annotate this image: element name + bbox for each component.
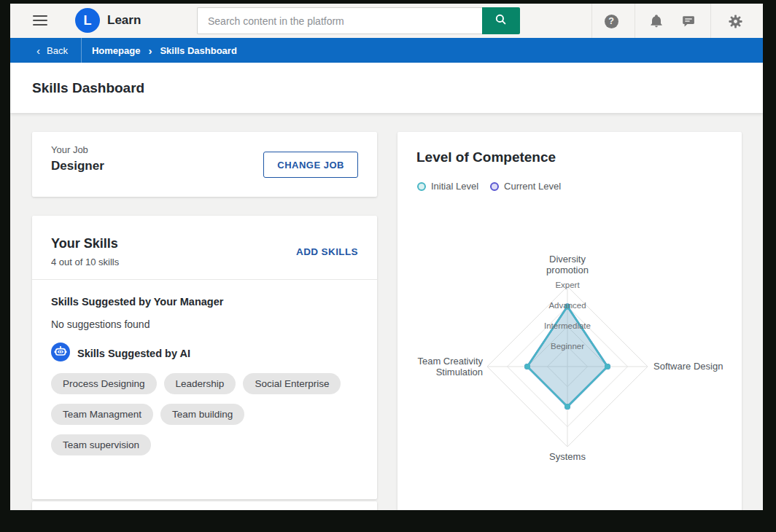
search-button[interactable] bbox=[482, 7, 520, 34]
screenshot-frame: L Learn ? bbox=[0, 0, 776, 532]
your-job-card: Your Job Designer CHANGE JOB bbox=[32, 132, 377, 197]
radar-axis-software-design: Software Design bbox=[653, 361, 723, 372]
divider bbox=[710, 4, 711, 38]
page-title: Skills Dashboard bbox=[32, 80, 144, 96]
job-label: Your Job bbox=[51, 144, 88, 155]
skill-chip[interactable]: Team Managment bbox=[51, 404, 153, 425]
chevron-right-icon: › bbox=[148, 45, 152, 56]
app-window: L Learn ? bbox=[10, 4, 763, 510]
manager-suggestions-empty: No suggestions found bbox=[51, 318, 150, 330]
breadcrumb-bar: ‹ Back Homepage › Skills Dashboard bbox=[10, 38, 763, 63]
ai-suggestions-header: Skills Suggested by AI bbox=[51, 343, 190, 364]
messages-chat-icon[interactable] bbox=[680, 13, 697, 29]
breadcrumb-current: Skills Dashboard bbox=[160, 45, 236, 56]
ai-robot-icon bbox=[51, 343, 70, 364]
radar-axis-systems: Systems bbox=[549, 452, 586, 463]
page-header: Skills Dashboard bbox=[10, 63, 763, 113]
back-label: Back bbox=[47, 45, 68, 56]
skills-count: 4 out of 10 skills bbox=[51, 257, 119, 267]
ai-suggestions-title: Skills Suggested by AI bbox=[77, 348, 190, 359]
divider bbox=[635, 4, 635, 38]
chevron-left-icon: ‹ bbox=[36, 45, 40, 56]
divider bbox=[591, 4, 592, 38]
radar-level-intermediate: Intermediate bbox=[544, 321, 591, 330]
breadcrumb: Homepage › Skills Dashboard bbox=[82, 45, 237, 56]
divider bbox=[32, 279, 377, 280]
brand-name: Learn bbox=[107, 13, 141, 28]
level-of-competence-card: Level of Competence Initial Level Curren… bbox=[397, 132, 742, 510]
radar-axis-team-creativity-stimulation: Team Creativity Stimulation bbox=[406, 356, 483, 378]
breadcrumb-homepage[interactable]: Homepage bbox=[92, 45, 140, 56]
skill-chip[interactable]: Leadership bbox=[164, 373, 236, 394]
search-icon bbox=[494, 12, 508, 29]
skill-chip[interactable]: Team building bbox=[160, 404, 244, 425]
brand[interactable]: L Learn bbox=[75, 7, 141, 34]
your-skills-card: Your Skills 4 out of 10 skills ADD SKILL… bbox=[32, 216, 377, 499]
back-button[interactable]: ‹ Back bbox=[10, 38, 81, 63]
change-job-button[interactable]: CHANGE JOB bbox=[263, 152, 358, 178]
help-icon[interactable]: ? bbox=[603, 13, 619, 29]
radar-level-expert: Expert bbox=[555, 281, 579, 289]
radar-level-beginner: Beginner bbox=[551, 342, 584, 351]
next-card-preview bbox=[32, 501, 377, 510]
skill-chip[interactable]: Process Designing bbox=[51, 373, 157, 394]
radar-axis-diversity-promotion: Diversity promotion bbox=[538, 254, 597, 275]
learn-logo-icon[interactable]: L bbox=[75, 8, 100, 33]
search-bar bbox=[197, 7, 520, 34]
skill-chip[interactable]: Social Enterprise bbox=[243, 373, 341, 394]
search-input[interactable] bbox=[197, 7, 482, 34]
suggested-skills-chips: Process Designing Leadership Social Ente… bbox=[51, 373, 365, 455]
settings-gear-icon[interactable] bbox=[727, 13, 743, 29]
skills-title: Your Skills bbox=[51, 236, 118, 251]
main-content: Your Job Designer CHANGE JOB Your Skills… bbox=[10, 113, 763, 510]
notifications-bell-icon[interactable] bbox=[648, 13, 664, 29]
job-value: Designer bbox=[51, 159, 104, 173]
radar-level-advanced: Advanced bbox=[548, 301, 586, 310]
add-skills-button[interactable]: ADD SKILLS bbox=[296, 246, 358, 257]
menu-icon[interactable] bbox=[33, 13, 47, 28]
manager-suggestions-title: Skills Suggested by Your Manager bbox=[51, 296, 223, 308]
top-bar: L Learn ? bbox=[10, 4, 763, 38]
skill-chip[interactable]: Team supervision bbox=[51, 434, 151, 455]
